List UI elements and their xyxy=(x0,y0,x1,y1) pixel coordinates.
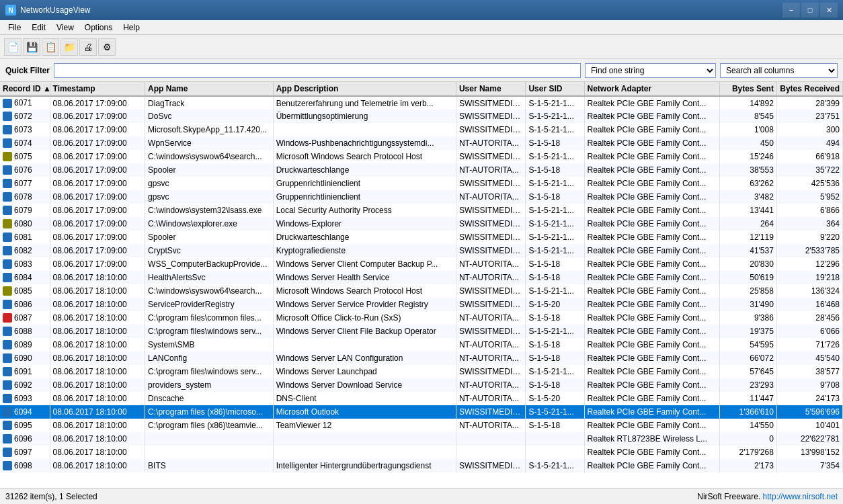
cell-sent: 13'441 xyxy=(719,204,776,217)
cell-received: 22'622'781 xyxy=(776,432,842,446)
minimize-button[interactable]: − xyxy=(782,3,800,17)
nirsoft-link[interactable]: http://www.nirsoft.net xyxy=(763,492,838,501)
cell-netadapter: Realtek PCIe GBE Family Cont... xyxy=(584,338,719,351)
header-app-name[interactable]: App Name xyxy=(145,82,274,96)
menu-item-file[interactable]: File xyxy=(3,22,26,34)
cell-username: SWISSITMEDIA... xyxy=(456,365,525,378)
cell-sent: 450 xyxy=(719,136,776,150)
cell-appname: BITS xyxy=(145,459,274,472)
menu-item-help[interactable]: Help xyxy=(118,22,145,34)
cell-usersid: S-1-5-21-1... xyxy=(526,230,584,244)
cell-timestamp: 08.06.2017 18:10:00 xyxy=(50,459,145,472)
cell-sent: 19'375 xyxy=(719,325,776,338)
cell-timestamp: 08.06.2017 18:10:00 xyxy=(50,351,145,365)
toolbar-open[interactable]: 📁 xyxy=(61,38,78,56)
table-row[interactable]: 609508.06.2017 18:10:00C:\program files … xyxy=(0,419,843,432)
cell-received: 28'399 xyxy=(776,96,842,110)
table-row[interactable]: 608208.06.2017 17:09:00CryptSvcKryptogra… xyxy=(0,244,843,257)
filter-scope-select[interactable]: Search all columns Search in selected co… xyxy=(720,63,838,78)
table-container[interactable]: Record ID ▲ Timestamp App Name App Descr… xyxy=(0,82,843,488)
toolbar: 📄 💾 📋 📁 🖨 ⚙ xyxy=(0,35,843,59)
table-row[interactable]: 608408.06.2017 18:10:00HealthAlertsSvcWi… xyxy=(0,271,843,284)
table-row[interactable]: 609608.06.2017 18:10:00Realtek RTL8723BE… xyxy=(0,432,843,446)
header-app-desc[interactable]: App Description xyxy=(273,82,456,96)
cell-username xyxy=(456,446,525,459)
cell-timestamp: 08.06.2017 18:10:00 xyxy=(50,446,145,459)
cell-usersid: S-1-5-21-1... xyxy=(526,217,584,230)
cell-timestamp: 08.06.2017 18:10:00 xyxy=(50,405,145,419)
filter-mode-select[interactable]: Find one string Find all strings Regular… xyxy=(585,63,716,78)
cell-appdesc: Microsoft Outlook xyxy=(273,405,456,419)
search-input[interactable] xyxy=(54,63,581,78)
toolbar-copy[interactable]: 📋 xyxy=(42,38,59,56)
header-bytes-received[interactable]: Bytes Received xyxy=(776,82,842,96)
table-row[interactable]: 607708.06.2017 17:09:00gpsvcGruppenricht… xyxy=(0,177,843,190)
header-user-name[interactable]: User Name xyxy=(456,82,525,96)
cell-record: 6097 xyxy=(0,446,50,459)
cell-received: 12'296 xyxy=(776,257,842,271)
toolbar-print[interactable]: 🖨 xyxy=(79,38,97,56)
cell-appdesc: DNS-Client xyxy=(273,392,456,405)
table-row[interactable]: 607608.06.2017 17:09:00SpoolerDruckwarte… xyxy=(0,163,843,177)
table-row[interactable]: 607508.06.2017 17:09:00C:\windows\syswow… xyxy=(0,150,843,163)
table-row[interactable]: 608608.06.2017 18:10:00ServiceProviderRe… xyxy=(0,298,843,311)
table-row[interactable]: 609308.06.2017 18:10:00DnscacheDNS-Clien… xyxy=(0,392,843,405)
cell-timestamp: 08.06.2017 18:10:00 xyxy=(50,284,145,298)
cell-netadapter: Realtek PCIe GBE Family Cont... xyxy=(584,365,719,378)
table-row[interactable]: 609408.06.2017 18:10:00C:\program files … xyxy=(0,405,843,419)
header-bytes-sent[interactable]: Bytes Sent xyxy=(719,82,776,96)
menu-item-view[interactable]: View xyxy=(51,22,79,34)
table-row[interactable]: 608708.06.2017 18:10:00C:\program files\… xyxy=(0,311,843,325)
table-row[interactable]: 608808.06.2017 18:10:00C:\program files\… xyxy=(0,325,843,338)
table-row[interactable]: 607908.06.2017 17:09:00C:\windows\system… xyxy=(0,204,843,217)
table-row[interactable]: 609208.06.2017 18:10:00providers_systemW… xyxy=(0,378,843,392)
header-network-adapter[interactable]: Network Adapter xyxy=(584,82,719,96)
toolbar-new[interactable]: 📄 xyxy=(4,38,22,56)
toolbar-settings[interactable]: ⚙ xyxy=(98,38,116,56)
menu-item-options[interactable]: Options xyxy=(79,22,118,34)
cell-username: SWISSITMEDIA... xyxy=(456,459,525,472)
table-row[interactable]: 607308.06.2017 17:09:00Microsoft.SkypeAp… xyxy=(0,123,843,136)
nirsoft-label: NirSoft Freeware. xyxy=(697,492,760,501)
cell-appname xyxy=(145,432,274,446)
cell-sent: 9'386 xyxy=(719,311,776,325)
cell-netadapter: Realtek PCIe GBE Family Cont... xyxy=(584,190,719,204)
table-row[interactable]: 608108.06.2017 17:09:00SpoolerDruckwarte… xyxy=(0,230,843,244)
table-row[interactable]: 608508.06.2017 18:10:00C:\windows\syswow… xyxy=(0,284,843,298)
table-row[interactable]: 608908.06.2017 18:10:00System\SMBNT-AUTO… xyxy=(0,338,843,351)
data-table: Record ID ▲ Timestamp App Name App Descr… xyxy=(0,82,843,472)
cell-usersid: S-1-5-18 xyxy=(526,419,584,432)
close-button[interactable]: ✕ xyxy=(820,3,838,17)
table-row[interactable]: 608308.06.2017 17:09:00WSS_ComputerBacku… xyxy=(0,257,843,271)
cell-appname: Spooler xyxy=(145,230,274,244)
cell-sent: 0 xyxy=(719,432,776,446)
table-row[interactable]: 609108.06.2017 18:10:00C:\program files\… xyxy=(0,365,843,378)
cell-sent: 8'545 xyxy=(719,110,776,123)
toolbar-save[interactable]: 💾 xyxy=(23,38,40,56)
cell-received: 6'866 xyxy=(776,204,842,217)
table-row[interactable]: 607408.06.2017 17:09:00WpnServiceWindows… xyxy=(0,136,843,150)
cell-appdesc: Windows Server Client File Backup Operat… xyxy=(273,325,456,338)
cell-sent: 1'366'610 xyxy=(719,405,776,419)
table-row[interactable]: 607108.06.2017 17:09:00DiagTrackBenutzer… xyxy=(0,96,843,110)
cell-timestamp: 08.06.2017 17:09:00 xyxy=(50,150,145,163)
table-row[interactable]: 607208.06.2017 17:09:00DoSvcÜbermittlung… xyxy=(0,110,843,123)
cell-appdesc: Windows Server Download Service xyxy=(273,378,456,392)
cell-username: SWISSITMEDIA... xyxy=(456,150,525,163)
header-record-id[interactable]: Record ID ▲ xyxy=(0,82,50,96)
table-row[interactable]: 609708.06.2017 18:10:00Realtek PCIe GBE … xyxy=(0,446,843,459)
table-row[interactable]: 608008.06.2017 17:09:00C:\Windows\explor… xyxy=(0,217,843,230)
table-row[interactable]: 607808.06.2017 17:09:00gpsvcGruppenricht… xyxy=(0,190,843,204)
maximize-button[interactable]: □ xyxy=(801,3,819,17)
header-timestamp[interactable]: Timestamp xyxy=(50,82,145,96)
table-row[interactable]: 609808.06.2017 18:10:00BITSIntelligenter… xyxy=(0,459,843,472)
header-user-sid[interactable]: User SID xyxy=(526,82,584,96)
menu-bar: FileEditViewOptionsHelp xyxy=(0,20,843,35)
cell-record: 6078 xyxy=(0,190,50,204)
cell-netadapter: Realtek PCIe GBE Family Cont... xyxy=(584,419,719,432)
menu-item-edit[interactable]: Edit xyxy=(26,22,51,34)
table-row[interactable]: 609008.06.2017 18:10:00LANConfigWindows … xyxy=(0,351,843,365)
cell-sent: 50'619 xyxy=(719,271,776,284)
cell-appname: C:\program files (x86)\microso... xyxy=(145,405,274,419)
cell-received: 38'577 xyxy=(776,365,842,378)
